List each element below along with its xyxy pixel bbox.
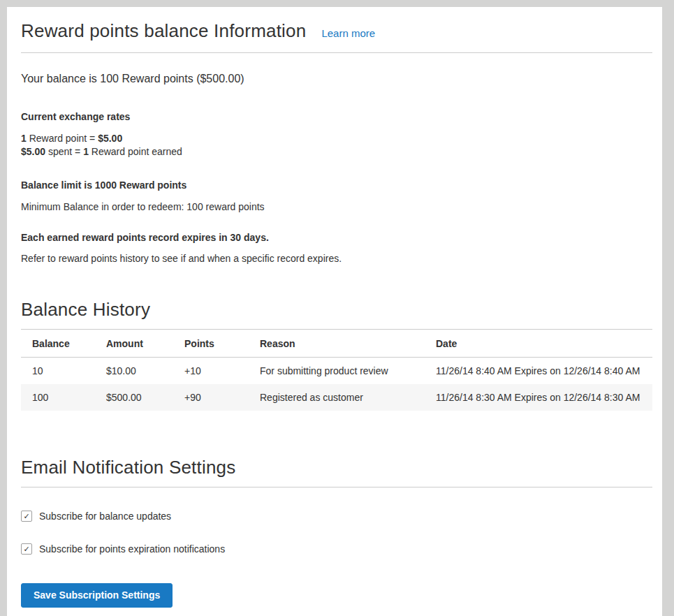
expiration-notifications-label[interactable]: Subscribe for points expiration notifica… (39, 543, 225, 555)
reward-points-card: Reward points balance Information Learn … (7, 7, 662, 616)
balance-message: Your balance is 100 Reward points ($500.… (21, 73, 652, 85)
email-settings-header: Email Notification Settings (21, 457, 652, 487)
table-header: Balance Amount Points Reason Date (21, 330, 652, 358)
exchange-rate-line-2: $5.00 spent = 1 Reward point earned (21, 145, 652, 159)
cell-balance: 100 (21, 384, 95, 411)
cell-reason: Registered as customer (249, 384, 425, 411)
balance-history-table: Balance Amount Points Reason Date 10 $10… (21, 329, 652, 411)
balance-updates-label[interactable]: Subscribe for balance updates (39, 511, 171, 522)
cell-date: 11/26/14 8:40 AM Expires on 12/26/14 8:4… (425, 358, 652, 385)
balance-updates-option: ✓ Subscribe for balance updates (21, 511, 652, 522)
cell-points: +10 (173, 358, 249, 385)
learn-more-link[interactable]: Learn more (321, 27, 375, 39)
expiry-rule-text: Each earned reward points record expires… (21, 232, 652, 243)
column-header-points: Points (173, 330, 249, 358)
exchange-rate-line-1: 1 Reward point = $5.00 (21, 132, 652, 145)
column-header-date: Date (425, 330, 652, 358)
cell-amount: $10.00 (95, 358, 173, 385)
cell-amount: $500.00 (95, 384, 173, 411)
cell-points: +90 (173, 384, 249, 411)
table-row: 10 $10.00 +10 For submitting product rev… (21, 358, 652, 385)
table-row: 100 $500.00 +90 Registered as customer 1… (21, 384, 652, 411)
minimum-balance-text: Minimum Balance in order to redeem: 100 … (21, 201, 652, 212)
cell-date: 11/26/14 8:30 AM Expires on 12/26/14 8:3… (425, 384, 652, 411)
balance-updates-checkbox[interactable]: ✓ (21, 511, 32, 522)
email-settings-title: Email Notification Settings (21, 457, 652, 478)
exchange-rates-heading: Current exchange rates (21, 111, 652, 122)
expiry-note-text: Refer to reward points history to see if… (21, 253, 652, 264)
expiration-notifications-option: ✓ Subscribe for points expiration notifi… (21, 543, 652, 555)
balance-history-title: Balance History (21, 299, 652, 321)
page-title: Reward points balance Information (21, 20, 306, 42)
expiration-notifications-checkbox[interactable]: ✓ (21, 543, 32, 555)
column-header-amount: Amount (95, 330, 173, 358)
column-header-balance: Balance (21, 330, 95, 358)
cell-reason: For submitting product review (249, 358, 425, 385)
cell-balance: 10 (21, 358, 95, 385)
balance-limit-text: Balance limit is 1000 Reward points (21, 179, 652, 191)
save-subscription-settings-button[interactable]: Save Subscription Settings (21, 583, 173, 608)
page-header: Reward points balance Information Learn … (21, 7, 652, 53)
exchange-rates-lines: 1 Reward point = $5.00 $5.00 spent = 1 R… (21, 132, 652, 159)
column-header-reason: Reason (249, 330, 425, 358)
